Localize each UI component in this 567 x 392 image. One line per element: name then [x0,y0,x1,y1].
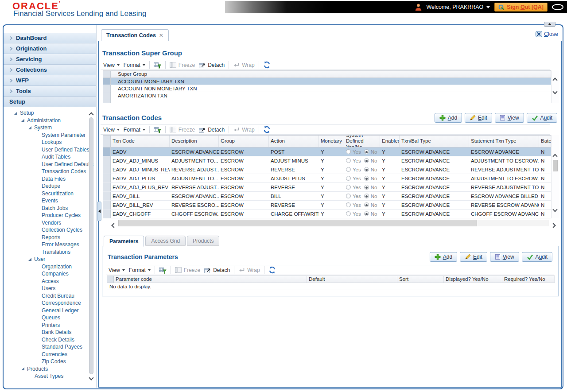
view-menu[interactable]: View [103,127,120,133]
column-header-group[interactable]: Group [219,136,269,147]
txn-codes-row[interactable]: EADV_CHGOFFCHGOFF ESCROW...ESCROWCHARGE … [103,210,551,218]
detach-button[interactable]: Detach [199,127,225,133]
super-group-scroll-up-icon[interactable] [553,76,557,84]
tree-item-system[interactable]: System [4,124,96,132]
collapse-top-button[interactable] [544,22,555,27]
super-group-scroll-down-icon[interactable] [553,87,557,95]
tree-expanded-icon[interactable] [21,119,24,122]
tree-item-setup[interactable]: Setup [4,109,96,117]
parameters-view-button[interactable]: View [490,252,519,262]
tree-item-translations[interactable]: Translations [4,248,96,256]
tree-item-lookups[interactable]: Lookups [4,139,96,146]
column-header-displayed-yes-no[interactable]: Displayed? Yes/No [444,276,502,283]
tree-expanded-icon[interactable] [14,112,17,115]
tree-scroll-down-icon[interactable] [89,373,93,381]
txn-codes-add-button[interactable]: Add [435,113,462,123]
txn-codes-row[interactable]: EADV_BILLESCROW ADVANC...ESCROWBILLYYesN… [103,192,551,201]
tree-item-user-defined-defaults[interactable]: User Defined Defaults [4,161,96,168]
tree-item-dedupe[interactable]: Dedupe [4,182,96,190]
format-menu[interactable]: Format [129,267,151,273]
detach-button[interactable]: Detach [204,267,230,273]
refresh-button[interactable] [268,266,276,274]
column-header-statement-txn-type[interactable]: Statement Txn Type [469,136,539,147]
super-group-row[interactable]: AMORTIZATION TXN [103,92,551,99]
export-to-excel-button[interactable] [154,126,161,133]
column-header-txn-bal-type[interactable]: Txn/Bal Type [400,136,469,147]
column-header-batch[interactable]: Batch [539,136,551,147]
tree-item-data-files[interactable]: Data Files [4,175,96,183]
column-header-sort[interactable]: Sort [397,276,444,283]
tree-item-access[interactable]: Access [4,278,96,285]
tree-expanded-icon[interactable] [28,258,31,261]
txn-codes-scroll-up-icon[interactable] [553,152,557,160]
detach-button[interactable]: Detach [199,62,225,68]
txn-codes-scroll-thumb[interactable] [553,160,558,171]
column-header-required-yes-no[interactable]: Required? Yes/No [502,276,555,283]
column-header-super-group[interactable]: Super Group [111,71,551,78]
super-group-row[interactable]: ACCOUNT MONETARY TXN [103,78,551,85]
tree-item-error-messages[interactable]: Error Messages [4,241,96,248]
column-header-system-defined-yes-no[interactable]: System Defined Yes/No [344,136,380,147]
tab-access-grid[interactable]: Access Grid [145,236,186,246]
tab-products[interactable]: Products [187,236,219,246]
tree-item-organization[interactable]: Organization [4,263,96,271]
parameters-audit-button[interactable]: Audit [522,252,552,262]
sidebar-item-tools[interactable]: Tools [4,86,96,97]
sidebar-item-collections[interactable]: Collections [4,65,96,75]
tree-item-credit-bureau[interactable]: Credit Bureau [4,292,96,300]
export-to-excel-button[interactable] [159,267,167,274]
txn-codes-row[interactable]: EADV_ADJ_PLUSADJUSTMENT TO...ESCROWADJUS… [103,174,551,183]
tree-item-collection-cycles[interactable]: Collection Cycles [4,226,96,234]
txn-codes-scroll-right-icon[interactable] [551,221,555,229]
parameters-edit-button[interactable]: Edit [460,252,487,262]
tree-item-correspondence[interactable]: Correspondence [4,299,96,307]
sidebar-collapse-handle[interactable] [97,202,101,221]
tree-item-user-defined-tables[interactable]: User Defined Tables [4,146,96,154]
tab-close-icon[interactable]: ✕ [159,32,163,39]
sidebar-item-wfp[interactable]: WFP [4,75,96,86]
sidebar-item-origination[interactable]: Origination [4,43,96,54]
tree-item-queues[interactable]: Queues [4,314,96,322]
tree-item-companies[interactable]: Companies [4,270,96,278]
column-header-txn-code[interactable]: Txn Code [111,136,170,147]
tree-item-check-details[interactable]: Check Details [4,336,96,344]
format-menu[interactable]: Format [124,62,145,68]
parameters-add-button[interactable]: Add [430,252,457,262]
tree-item-products[interactable]: Products [4,365,96,373]
tree-item-zip-codes[interactable]: Zip Codes [4,358,96,365]
tree-item-standard-payees[interactable]: Standard Payees [4,343,96,351]
tree-item-reports[interactable]: Reports [4,234,96,241]
txn-codes-scroll-left-icon[interactable] [112,221,116,229]
column-header-default[interactable]: Default [307,276,397,283]
tree-item-bank-details[interactable]: Bank Details [4,329,96,336]
close-button[interactable]: Close [536,31,558,37]
tree-item-asset-types[interactable]: Asset Types [4,373,96,380]
tree-item-audit-tables[interactable]: Audit Tables [4,153,96,161]
tree-item-vendors[interactable]: Vendors [4,219,96,227]
txn-codes-hscroll-thumb[interactable] [118,220,477,226]
tree-item-batch-jobs[interactable]: Batch Jobs [4,205,96,212]
export-to-excel-button[interactable] [154,62,161,69]
txn-codes-row[interactable]: EADV_ADJ_MINUSADJUSTMENT TO...ESCROWADJU… [103,156,551,165]
tree-item-currencies[interactable]: Currencies [4,351,96,358]
tree-item-general-ledger[interactable]: General Ledger [4,307,96,314]
sidebar-item-dashboard[interactable]: DashBoard [4,33,96,43]
txn-codes-audit-button[interactable]: Audit [527,113,557,123]
tree-item-printers[interactable]: Printers [4,322,96,329]
tab-parameters[interactable]: Parameters [104,236,144,247]
refresh-button[interactable] [263,61,271,69]
tree-item-producer-cycles[interactable]: Producer Cycles [4,212,96,219]
tree-item-system-parameter[interactable]: System Parameter [4,132,96,139]
sidebar-item-servicing[interactable]: Servicing [4,54,96,65]
txn-codes-view-button[interactable]: View [495,113,524,123]
tree-item-events[interactable]: Events [4,197,96,205]
column-header-parameter-code[interactable]: Parameter code [114,276,307,283]
column-header-description[interactable]: Description [170,136,219,147]
format-menu[interactable]: Format [124,127,145,133]
tree-expanded-icon[interactable] [21,367,24,370]
txn-codes-row[interactable]: EADVESCROW ADVANCEESCROWPOSTYYesNoYESCRO… [103,147,551,156]
view-menu[interactable]: View [109,267,125,273]
welcome-menu[interactable]: Welcome, PRAKRRAO [426,4,490,10]
super-group-row[interactable]: ACCOUNT NON MONETARY TXN [103,85,551,92]
txn-codes-row[interactable]: EADV_ADJ_MINUS_REVREVERSE ADJUST...ESCRO… [103,165,551,174]
